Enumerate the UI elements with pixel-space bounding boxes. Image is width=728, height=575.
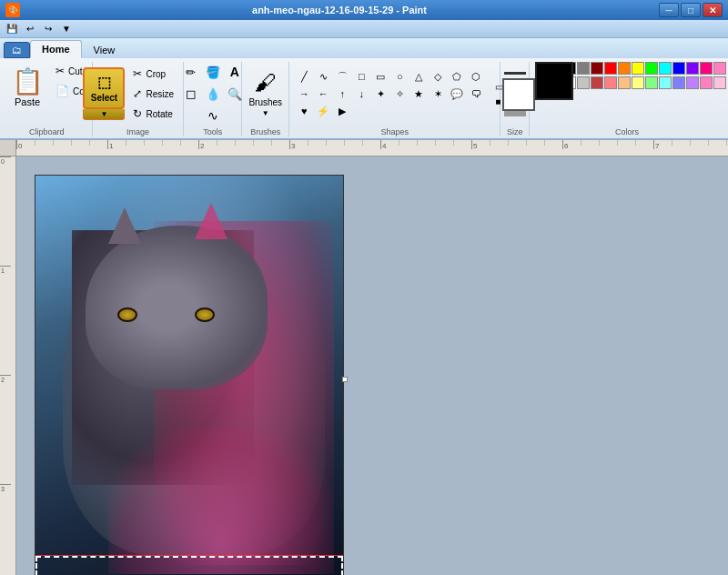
shape-rect[interactable]: □ bbox=[352, 68, 370, 85]
shape-arrow-left[interactable]: ← bbox=[314, 86, 332, 102]
maximize-button[interactable]: □ bbox=[681, 3, 701, 17]
zoom-tool[interactable]: 🔍 bbox=[225, 84, 245, 104]
fill-tool[interactable]: 🪣 bbox=[203, 62, 223, 82]
palette-color[interactable] bbox=[659, 76, 672, 89]
shape-star5[interactable]: ★ bbox=[410, 86, 428, 102]
ruler-corner bbox=[0, 140, 16, 156]
paint-canvas[interactable] bbox=[35, 175, 344, 575]
brushes-group-label: Brushes bbox=[248, 126, 283, 136]
shape-arrow-down[interactable]: ↓ bbox=[352, 86, 370, 102]
resize-handle-right[interactable] bbox=[342, 377, 348, 382]
palette-color[interactable] bbox=[591, 62, 603, 75]
select-button[interactable]: ⬚ Select bbox=[83, 67, 125, 109]
select-label: Select bbox=[91, 93, 117, 103]
palette-color[interactable] bbox=[659, 62, 672, 75]
palette-color[interactable] bbox=[686, 76, 699, 89]
horizontal-ruler: 01234567 bbox=[16, 140, 728, 156]
tools-row-1: ✏ 🪣 A bbox=[181, 62, 245, 82]
resize-label: Resize bbox=[146, 89, 174, 99]
ruler-top-row: 01234567 bbox=[0, 140, 728, 156]
close-button[interactable]: ✕ bbox=[703, 3, 723, 17]
palette-color[interactable] bbox=[686, 62, 699, 75]
shape-curve[interactable]: ∿ bbox=[314, 68, 332, 85]
shape-heart[interactable]: ♥ bbox=[295, 103, 313, 119]
palette-color[interactable] bbox=[713, 76, 726, 89]
shape-ellipse[interactable]: ○ bbox=[390, 68, 409, 85]
shape-triangle[interactable]: △ bbox=[410, 68, 428, 85]
shape-more[interactable]: ▶ bbox=[333, 103, 351, 119]
palette-row-1 bbox=[563, 62, 726, 75]
colorpick-tool[interactable]: 💧 bbox=[203, 84, 223, 104]
shape-4arrow[interactable]: ✦ bbox=[371, 86, 389, 102]
shape-pentagon[interactable]: ⬠ bbox=[448, 68, 466, 85]
clipboard-label: Clipboard bbox=[7, 126, 86, 136]
shape-line[interactable]: ╱ bbox=[295, 68, 313, 85]
cat-head bbox=[86, 226, 268, 389]
brushes-content: 🖌 Brushes ▼ bbox=[248, 62, 283, 126]
color1-swatch[interactable] bbox=[535, 62, 573, 100]
palette-color[interactable] bbox=[618, 76, 631, 89]
resize-icon: ⤢ bbox=[133, 87, 142, 100]
palette-color[interactable] bbox=[577, 76, 590, 89]
paste-button[interactable]: 📋 Paste bbox=[7, 62, 47, 112]
rotate-button[interactable]: ↻ Rotate bbox=[128, 105, 192, 123]
qa-redo-button[interactable]: ↪ bbox=[40, 22, 56, 36]
tab-file[interactable]: 🗂 bbox=[4, 42, 30, 58]
app-icon: 🎨 bbox=[5, 3, 20, 17]
select-dropdown[interactable]: ▼ bbox=[83, 109, 125, 120]
shape-freeform[interactable]: ⌒ bbox=[333, 68, 351, 85]
canvas-area: 01234567 01234 bbox=[0, 140, 728, 555]
pencil-tool[interactable]: ✏ bbox=[181, 62, 201, 82]
shape-lightning[interactable]: ⚡ bbox=[314, 103, 332, 119]
palette-color[interactable] bbox=[577, 62, 590, 75]
colors-label: Colors bbox=[535, 126, 719, 136]
shape-star6[interactable]: ✶ bbox=[429, 86, 447, 102]
tools-row-2: ◻ 💧 🔍 bbox=[181, 84, 245, 104]
cut-icon: ✂ bbox=[56, 65, 65, 77]
palette-color[interactable] bbox=[591, 76, 603, 89]
tab-view[interactable]: View bbox=[82, 41, 127, 58]
palette-color[interactable] bbox=[645, 62, 658, 75]
palette-color[interactable] bbox=[632, 62, 644, 75]
tab-home[interactable]: Home bbox=[30, 40, 82, 58]
color2-swatch[interactable] bbox=[502, 78, 535, 111]
shape-arrow-up[interactable]: ↑ bbox=[333, 86, 351, 102]
palette-color[interactable] bbox=[632, 76, 644, 89]
shape-star4[interactable]: ✧ bbox=[390, 86, 409, 102]
size-line-1[interactable] bbox=[504, 72, 526, 75]
vertical-ruler: 01234 bbox=[0, 156, 16, 575]
rotate-label: Rotate bbox=[146, 109, 172, 119]
shape-diamond[interactable]: ◇ bbox=[429, 68, 447, 85]
title-bar-title: anh-meo-ngau-12-16-09-15-29 - Paint bbox=[20, 5, 659, 15]
clipboard-content: 📋 Paste ✂ Cut 📄 Copy bbox=[7, 62, 86, 126]
palette-color[interactable] bbox=[700, 62, 713, 75]
palette-color[interactable] bbox=[604, 76, 617, 89]
title-bar-controls: ─ □ ✕ bbox=[659, 3, 723, 17]
shape-hexagon[interactable]: ⬡ bbox=[467, 68, 485, 85]
shape-roundrect[interactable]: ▭ bbox=[371, 68, 389, 85]
palette-color[interactable] bbox=[604, 62, 617, 75]
palette-color[interactable] bbox=[713, 62, 726, 75]
palette-color[interactable] bbox=[645, 76, 658, 89]
shape-callout-rect[interactable]: 💬 bbox=[448, 86, 466, 102]
shape-callout-round[interactable]: 🗨 bbox=[467, 86, 485, 102]
qa-dropdown-button[interactable]: ▼ bbox=[58, 22, 75, 36]
fill-icon: ■ bbox=[495, 96, 500, 106]
qa-undo-button[interactable]: ↩ bbox=[22, 22, 38, 36]
canvas-wrapper bbox=[35, 175, 344, 575]
rotate-icon: ↻ bbox=[133, 107, 142, 120]
shape-arrow-right[interactable]: → bbox=[295, 86, 313, 102]
brushes-button[interactable]: 🖌 Brushes ▼ bbox=[248, 66, 283, 121]
palette-color[interactable] bbox=[700, 76, 713, 89]
drawing-area[interactable] bbox=[16, 156, 728, 575]
minimize-button[interactable]: ─ bbox=[659, 3, 679, 17]
text-tool[interactable]: A bbox=[225, 62, 245, 82]
palette-row-2 bbox=[563, 76, 726, 89]
eraser-tool[interactable]: ◻ bbox=[181, 84, 201, 104]
palette-color[interactable] bbox=[672, 62, 685, 75]
cat-ear-right bbox=[195, 203, 228, 239]
palette-color[interactable] bbox=[672, 76, 685, 89]
qa-save-button[interactable]: 💾 bbox=[4, 22, 20, 36]
curve-tool[interactable]: ∿ bbox=[203, 106, 223, 126]
palette-color[interactable] bbox=[618, 62, 631, 75]
